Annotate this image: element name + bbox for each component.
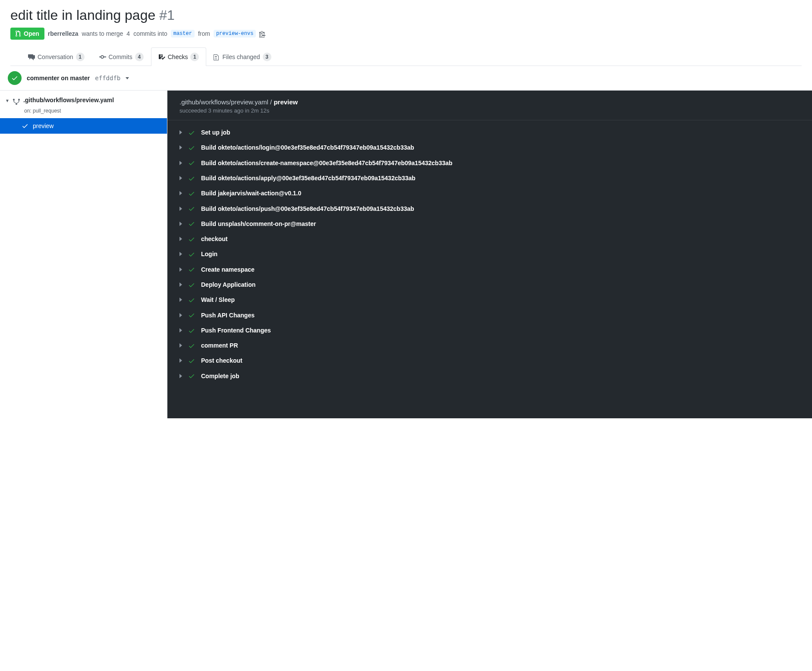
tab-commits[interactable]: Commits 4 — [92, 47, 151, 66]
step-row[interactable]: comment PR — [167, 338, 812, 353]
step-name: Build jakejarvis/wait-action@v0.1.0 — [201, 190, 301, 197]
step-row[interactable]: Push API Changes — [167, 307, 812, 323]
step-row[interactable]: Build okteto/actions/apply@00e3ef35e8ed4… — [167, 170, 812, 185]
check-icon — [188, 281, 195, 288]
caret-right-icon — [179, 161, 182, 165]
base-branch[interactable]: master — [171, 30, 195, 38]
checklist-icon — [158, 53, 165, 60]
check-icon — [188, 129, 195, 136]
step-row[interactable]: Build unsplash/comment-on-pr@master — [167, 216, 812, 231]
caret-right-icon — [179, 145, 182, 150]
tab-checks-count: 1 — [190, 53, 199, 61]
workflow-header[interactable]: ▼ .github/workflows/preview.yaml — [0, 91, 167, 107]
tab-files-label: Files changed — [222, 53, 260, 60]
step-row[interactable]: checkout — [167, 231, 812, 246]
step-row[interactable]: Build okteto/actions/push@00e3ef35e8ed47… — [167, 201, 812, 216]
step-name: Build okteto/actions/login@00e3ef35e8ed4… — [201, 144, 414, 151]
caret-right-icon — [179, 313, 182, 317]
check-icon — [188, 174, 195, 182]
tab-files-count: 3 — [263, 53, 271, 61]
job-item-preview[interactable]: preview — [0, 118, 167, 134]
workflow-trigger: on: pull_request — [0, 107, 167, 118]
checks-sidebar: ▼ .github/workflows/preview.yaml on: pul… — [0, 91, 167, 418]
step-name: checkout — [201, 235, 227, 242]
copy-icon[interactable] — [259, 30, 265, 38]
step-name: Login — [201, 251, 217, 257]
pr-tabs: Conversation 1 Commits 4 Checks 1 Files … — [10, 47, 802, 66]
file-diff-icon — [214, 53, 220, 60]
caret-right-icon — [179, 328, 182, 332]
caret-right-icon — [179, 130, 182, 135]
caret-right-icon — [179, 374, 182, 378]
git-pull-request-icon — [16, 30, 22, 37]
tab-commits-label: Commits — [109, 53, 132, 60]
caret-right-icon — [179, 282, 182, 287]
step-row[interactable]: Create namespace — [167, 262, 812, 277]
step-row[interactable]: Set up job — [167, 125, 812, 140]
step-name: Deploy Application — [201, 281, 255, 288]
check-icon — [188, 144, 195, 151]
run-sha[interactable]: effddfb — [95, 75, 120, 82]
check-icon — [188, 311, 195, 319]
caret-right-icon — [179, 222, 182, 226]
pr-title: edit title in landing page #1 — [10, 7, 802, 23]
step-name: Create namespace — [201, 266, 255, 273]
caret-right-icon — [179, 252, 182, 256]
step-name: Build okteto/actions/push@00e3ef35e8ed47… — [201, 205, 414, 212]
tab-conversation[interactable]: Conversation 1 — [21, 47, 92, 66]
step-name: Build okteto/actions/create-namespace@00… — [201, 160, 453, 166]
check-icon — [188, 159, 195, 166]
check-icon — [188, 266, 195, 273]
run-summary[interactable]: commenter on master effddfb — [0, 66, 812, 91]
step-row[interactable]: Post checkout — [167, 353, 812, 368]
step-row[interactable]: Login — [167, 247, 812, 262]
check-icon — [188, 372, 195, 379]
tab-checks-label: Checks — [168, 53, 188, 60]
check-icon — [188, 296, 195, 304]
tab-commits-count: 4 — [135, 53, 144, 61]
git-commit-icon — [99, 53, 106, 60]
steps-list: Set up jobBuild okteto/actions/login@00e… — [167, 120, 812, 388]
check-icon — [188, 251, 195, 258]
step-row[interactable]: Complete job — [167, 368, 812, 383]
state-badge: Open — [10, 28, 44, 40]
check-icon — [188, 235, 195, 242]
head-branch[interactable]: preview-envs — [214, 30, 256, 38]
tab-conversation-count: 1 — [76, 53, 85, 61]
checks-split: ▼ .github/workflows/preview.yaml on: pul… — [0, 91, 812, 418]
from-text: from — [198, 30, 210, 37]
step-name: Build okteto/actions/apply@00e3ef35e8ed4… — [201, 175, 415, 182]
workflow-icon — [13, 97, 20, 105]
log-job-name: preview — [274, 98, 298, 106]
caret-down-icon: ▼ — [5, 97, 9, 103]
step-row[interactable]: Deploy Application — [167, 277, 812, 292]
success-icon — [8, 71, 22, 85]
comment-discussion-icon — [28, 53, 35, 60]
check-icon — [188, 357, 195, 364]
step-row[interactable]: Build jakejarvis/wait-action@v0.1.0 — [167, 186, 812, 201]
check-icon — [188, 326, 195, 334]
tab-files-changed[interactable]: Files changed 3 — [206, 47, 278, 66]
pr-author[interactable]: rberrelleza — [48, 30, 79, 37]
state-label: Open — [24, 30, 39, 37]
step-row[interactable]: Wait / Sleep — [167, 292, 812, 307]
step-row[interactable]: Push Frontend Changes — [167, 323, 812, 338]
caret-right-icon — [179, 207, 182, 211]
workflow-file-name: .github/workflows/preview.yaml — [23, 97, 114, 103]
merge-text-prefix: wants to merge — [82, 30, 123, 37]
tab-checks[interactable]: Checks 1 — [151, 47, 207, 66]
step-name: Build unsplash/comment-on-pr@master — [201, 220, 316, 227]
chevron-down-icon[interactable] — [126, 77, 129, 79]
check-icon — [188, 342, 195, 349]
step-row[interactable]: Build okteto/actions/create-namespace@00… — [167, 155, 812, 170]
tab-conversation-label: Conversation — [38, 53, 73, 60]
caret-right-icon — [179, 191, 182, 195]
step-row[interactable]: Build okteto/actions/login@00e3ef35e8ed4… — [167, 140, 812, 155]
commit-count: 4 — [126, 30, 130, 37]
caret-right-icon — [179, 176, 182, 180]
check-icon — [188, 190, 195, 197]
step-name: Set up job — [201, 129, 230, 136]
log-status: succeeded 3 minutes ago in 2m 12s — [179, 107, 800, 114]
pr-title-text: edit title in landing page — [10, 7, 155, 23]
caret-right-icon — [179, 358, 182, 363]
